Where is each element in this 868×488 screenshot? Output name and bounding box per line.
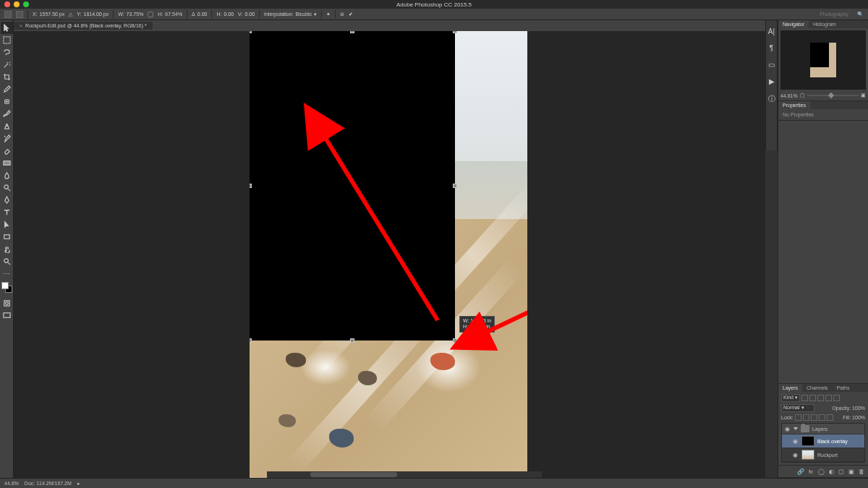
- workspace-label[interactable]: Photography: [820, 12, 848, 17]
- document-canvas[interactable]: W: 11.063 in H: 16.452 in: [250, 31, 527, 478]
- tool-pen[interactable]: [1, 194, 13, 206]
- transform-handle-bl[interactable]: [250, 338, 252, 343]
- tool-hand[interactable]: [1, 243, 13, 255]
- chevron-down-icon[interactable]: ▾: [314, 12, 317, 17]
- tab-navigator[interactable]: Navigator: [778, 20, 809, 28]
- new-group-icon[interactable]: ▢: [838, 468, 845, 475]
- cancel-transform-icon[interactable]: ⊘: [340, 12, 344, 17]
- tool-history-brush[interactable]: [1, 132, 13, 145]
- scrollbar-thumb[interactable]: [310, 472, 397, 477]
- tab-histogram[interactable]: Histogram: [809, 20, 841, 28]
- lock-image-icon[interactable]: [803, 414, 809, 421]
- layer-group[interactable]: Layers: [782, 424, 864, 435]
- navigator-preview[interactable]: [780, 30, 866, 90]
- transform-handle-ml[interactable]: [250, 184, 252, 188]
- screenmode-icon[interactable]: [1, 309, 13, 322]
- lock-position-icon[interactable]: [811, 414, 817, 421]
- new-layer-icon[interactable]: ▣: [848, 468, 855, 475]
- tool-clone[interactable]: [1, 120, 13, 132]
- tool-magic-wand[interactable]: [1, 59, 13, 71]
- tab-properties[interactable]: Properties: [778, 101, 810, 109]
- transform-handle-tr[interactable]: [453, 31, 457, 33]
- navigator-zoom-value[interactable]: 44.81%: [780, 93, 798, 98]
- tool-gradient[interactable]: [1, 157, 13, 169]
- visibility-toggle-icon[interactable]: [792, 438, 799, 445]
- link-wh-icon[interactable]: [148, 12, 153, 17]
- tool-brush[interactable]: [1, 108, 13, 120]
- h-value[interactable]: 67.54%: [165, 12, 182, 17]
- opacity-value[interactable]: 100%: [852, 406, 865, 411]
- skew-h-value[interactable]: 0.00: [224, 12, 234, 17]
- zoom-out-icon[interactable]: ▢: [800, 93, 805, 98]
- transform-handle-bm[interactable]: [350, 338, 354, 343]
- horizontal-scrollbar[interactable]: [267, 471, 542, 478]
- libraries-panel-icon[interactable]: ▭: [768, 61, 775, 69]
- skew-v-value[interactable]: 0.00: [244, 12, 255, 17]
- tool-path-select[interactable]: [1, 218, 13, 231]
- layer-filter-kind[interactable]: Kind ▾: [781, 394, 800, 402]
- transform-handle-tl[interactable]: [250, 31, 252, 33]
- layer-item-black-overlay[interactable]: Black overlay: [782, 435, 864, 448]
- lock-all-icon[interactable]: [827, 414, 833, 421]
- tab-paths[interactable]: Paths: [833, 384, 854, 392]
- y-value[interactable]: 1814.00 px: [84, 12, 109, 17]
- transform-handle-br[interactable]: [453, 338, 457, 343]
- close-tab-icon[interactable]: ×: [20, 23, 22, 28]
- tool-rectangle[interactable]: [1, 231, 13, 243]
- blend-mode-select[interactable]: Normal ▾: [781, 404, 814, 412]
- tool-eyedropper[interactable]: [1, 83, 13, 95]
- commit-transform-icon[interactable]: ✔: [349, 12, 353, 17]
- adjustments-panel-icon[interactable]: ▶: [769, 77, 775, 85]
- filter-pixel-icon[interactable]: [801, 395, 808, 401]
- info-panel-icon[interactable]: ⓘ: [768, 94, 775, 104]
- angle-value[interactable]: 0.00: [197, 12, 208, 17]
- layer-fx-icon[interactable]: fx: [807, 468, 814, 475]
- tool-edit-toolbar[interactable]: ⋯: [1, 267, 13, 280]
- document-tab[interactable]: × Rockport-Edit.psd @ 44.8% (Black overl…: [14, 22, 153, 30]
- tool-spot-heal[interactable]: [1, 95, 13, 108]
- foreground-color-swatch[interactable]: [1, 282, 9, 289]
- tool-eraser[interactable]: [1, 145, 13, 157]
- visibility-toggle-icon[interactable]: [792, 452, 799, 458]
- w-value[interactable]: 73.75%: [127, 12, 144, 17]
- quickmask-icon[interactable]: [1, 297, 13, 309]
- black-overlay-layer[interactable]: [250, 31, 455, 341]
- tool-dodge[interactable]: [1, 181, 13, 194]
- tab-channels[interactable]: Channels: [802, 384, 833, 392]
- layer-mask-icon[interactable]: ◯: [817, 468, 825, 475]
- tool-blur[interactable]: [1, 169, 13, 181]
- tool-lasso[interactable]: [1, 46, 13, 59]
- search-icon[interactable]: 🔍: [857, 12, 864, 17]
- reference-point-icon[interactable]: [16, 11, 23, 18]
- link-layers-icon[interactable]: 🔗: [797, 468, 804, 475]
- filter-smart-icon[interactable]: [833, 395, 840, 401]
- transform-handle-tm[interactable]: [350, 31, 354, 33]
- transform-tool-icon[interactable]: [4, 11, 12, 18]
- filter-adjust-icon[interactable]: [809, 395, 816, 401]
- color-swatches[interactable]: [1, 282, 12, 293]
- paragraph-panel-icon[interactable]: ¶: [770, 44, 773, 52]
- transform-handle-mr[interactable]: [453, 184, 457, 188]
- navigator-zoom-slider[interactable]: [807, 93, 859, 98]
- interp-value[interactable]: Bicubic: [296, 12, 312, 17]
- canvas-area[interactable]: W: 11.063 in H: 16.452 in: [14, 31, 765, 478]
- delete-layer-icon[interactable]: 🗑: [858, 468, 865, 475]
- status-zoom[interactable]: 44.8%: [4, 481, 19, 486]
- lock-artboard-icon[interactable]: [819, 414, 825, 421]
- fill-value[interactable]: 100%: [852, 415, 865, 420]
- tool-zoom[interactable]: [1, 255, 13, 267]
- lock-transparent-icon[interactable]: [795, 414, 801, 421]
- adjustment-layer-icon[interactable]: ◐: [827, 468, 835, 475]
- status-doc-size[interactable]: Doc: 114.2M/167.2M: [25, 481, 72, 486]
- triangle-icon[interactable]: △: [69, 12, 72, 17]
- filter-type-icon[interactable]: [817, 395, 824, 401]
- status-caret-icon[interactable]: ▸: [77, 481, 80, 487]
- zoom-in-icon[interactable]: ▣: [861, 93, 866, 98]
- warp-icon[interactable]: ✦: [326, 12, 331, 17]
- layer-item-rockport[interactable]: Rockport: [782, 448, 864, 462]
- tool-rect-marquee[interactable]: [1, 34, 13, 46]
- group-caret-icon[interactable]: [793, 427, 798, 430]
- tool-crop[interactable]: [1, 71, 13, 83]
- visibility-toggle-icon[interactable]: [784, 426, 791, 432]
- filter-shape-icon[interactable]: [825, 395, 832, 401]
